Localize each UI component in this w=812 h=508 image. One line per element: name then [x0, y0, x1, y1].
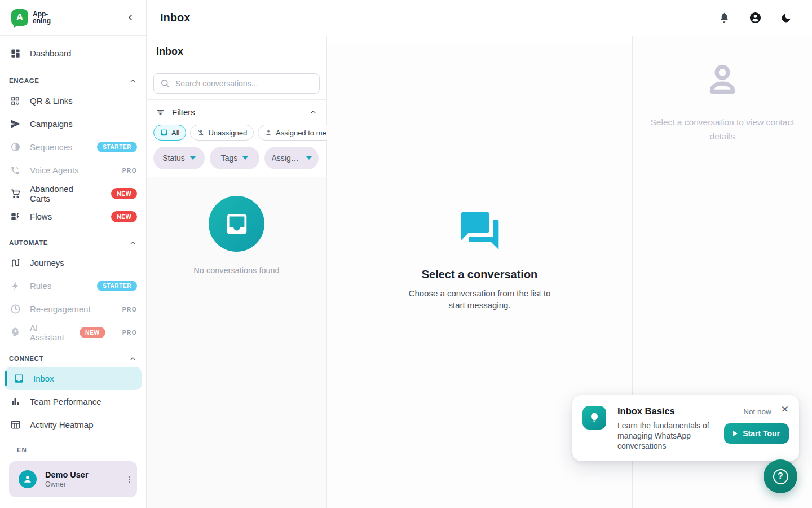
- pro-label: PRO: [122, 306, 137, 313]
- sidebar-item-ai-assistant[interactable]: AI Assistant NEW PRO: [0, 321, 146, 344]
- sidebar-collapse-button[interactable]: [123, 11, 137, 24]
- sidebar-item-abandoned-carts[interactable]: Abandoned Carts NEW: [0, 182, 146, 205]
- sidebar-item-re-engagement[interactable]: Re-engagement PRO: [0, 297, 146, 321]
- sidebar-item-qr-links[interactable]: QR & Links: [0, 89, 146, 112]
- user-info: Demo User Owner: [45, 470, 89, 488]
- contact-person-icon: [704, 62, 741, 99]
- user-menu-kebab-icon[interactable]: [129, 476, 130, 483]
- conversations-panel: Inbox Filters: [147, 36, 327, 508]
- tour-content: Inbox Basics Learn the fundamentals of m…: [617, 406, 713, 451]
- filters-label: Filters: [172, 107, 195, 117]
- tags-dropdown[interactable]: Tags: [210, 147, 259, 169]
- start-tour-label: Start Tour: [743, 429, 780, 438]
- help-button[interactable]: ?: [764, 459, 797, 493]
- route-icon: [9, 257, 21, 268]
- chevron-up-icon: [129, 354, 137, 363]
- filter-chip-all[interactable]: All: [153, 125, 186, 141]
- user-card[interactable]: Demo User Owner: [9, 461, 137, 497]
- filter-list-icon: [156, 107, 165, 117]
- sidebar: A App- ening Dashboard ENGA: [0, 0, 147, 508]
- brand-logo-icon: A: [11, 9, 28, 26]
- dark-mode-toggle[interactable]: [779, 11, 793, 25]
- caret-down-icon: [190, 156, 196, 160]
- inbox-icon: [160, 129, 168, 137]
- sidebar-item-label: Sequences: [30, 142, 72, 152]
- sidebar-item-label: Rules: [30, 281, 51, 291]
- chip-label: All: [171, 129, 179, 137]
- not-now-link[interactable]: Not now: [743, 408, 771, 416]
- sidebar-footer: EN Demo User Owner: [0, 435, 146, 508]
- filter-chip-unassigned[interactable]: Unassigned: [190, 125, 254, 141]
- sidebar-item-label: Flows: [30, 212, 52, 221]
- chevron-up-icon: [129, 239, 137, 247]
- qr-code-icon: [9, 96, 21, 106]
- filter-chip-assigned-to-me[interactable]: Assigned to me: [258, 125, 333, 141]
- section-header-connect[interactable]: CONNECT: [0, 350, 146, 367]
- filter-chips: All Unassigned Assigned to: [153, 125, 320, 141]
- caret-down-icon: [242, 156, 248, 160]
- user-avatar: [19, 470, 37, 488]
- sidebar-header: A App- ening: [0, 0, 146, 36]
- sidebar-nav: Dashboard ENGAGE QR & Links Campaigns: [0, 36, 146, 436]
- start-tour-button[interactable]: Start Tour: [724, 423, 789, 444]
- person-icon: [264, 129, 272, 137]
- filters-section: Filters All: [147, 100, 326, 177]
- pro-label: PRO: [122, 329, 137, 336]
- flows-icon: [9, 212, 21, 222]
- search-icon: [160, 78, 170, 88]
- brand-logo[interactable]: A App- ening: [11, 9, 51, 26]
- lightbulb-icon: [582, 406, 606, 430]
- chat-header-strip: [327, 36, 632, 45]
- account-button[interactable]: [748, 10, 763, 25]
- caret-down-icon: [306, 156, 312, 160]
- section-header-engage[interactable]: ENGAGE: [0, 72, 146, 89]
- new-badge: NEW: [111, 211, 137, 222]
- sidebar-item-label: Abandoned Carts: [30, 184, 94, 203]
- new-badge: NEW: [80, 327, 105, 338]
- empty-inbox-icon: [209, 196, 264, 252]
- pro-label: PRO: [122, 167, 137, 174]
- heatmap-grid-icon: [9, 419, 21, 430]
- filters-toggle[interactable]: Filters: [153, 107, 320, 117]
- brand-name: App- ening: [33, 11, 51, 24]
- sidebar-item-dashboard[interactable]: Dashboard: [0, 41, 146, 66]
- notifications-button[interactable]: [717, 11, 731, 25]
- sidebar-item-sequences[interactable]: Sequences STARTER: [0, 135, 146, 159]
- send-icon: [9, 119, 21, 129]
- sidebar-item-inbox[interactable]: Inbox: [5, 367, 142, 390]
- clock-icon: [9, 304, 21, 314]
- sidebar-item-team-performance[interactable]: Team Performance: [0, 390, 146, 413]
- sidebar-item-rules[interactable]: Rules STARTER: [0, 274, 146, 297]
- sidebar-item-journeys[interactable]: Journeys: [0, 251, 146, 274]
- dropdown-label: Assign...: [272, 154, 301, 163]
- language-selector[interactable]: EN: [17, 446, 137, 453]
- search-box: [153, 73, 320, 94]
- brand-name-line2: ening: [33, 17, 51, 25]
- dropdown-label: Tags: [221, 154, 238, 163]
- close-icon[interactable]: ✕: [781, 406, 789, 414]
- chevron-up-icon: [129, 77, 137, 85]
- sidebar-item-campaigns[interactable]: Campaigns: [0, 112, 146, 135]
- conversations-list: No conversations found: [147, 177, 326, 508]
- status-dropdown[interactable]: Status: [153, 147, 205, 169]
- sidebar-item-label: Campaigns: [30, 119, 73, 129]
- sidebar-item-label: Inbox: [33, 374, 54, 383]
- sidebar-item-label: Re-engagement: [30, 304, 91, 314]
- sidebar-item-activity-heatmap[interactable]: Activity Heatmap: [0, 413, 146, 436]
- conversations-title: Inbox: [156, 46, 183, 58]
- lightning-icon: [9, 281, 21, 291]
- sidebar-item-flows[interactable]: Flows NEW: [0, 205, 146, 228]
- search-input[interactable]: [153, 73, 320, 94]
- tour-body: Learn the fundamentals of managing Whats…: [617, 421, 712, 451]
- tour-actions: Not now ✕ Start Tour: [724, 406, 789, 451]
- assignee-dropdown[interactable]: Assign...: [264, 147, 319, 169]
- page-title: Inbox: [160, 11, 190, 24]
- search-section: [147, 67, 326, 100]
- sidebar-item-voice-agents[interactable]: Voice Agents PRO: [0, 159, 146, 182]
- chat-bubbles-icon: [457, 208, 502, 253]
- inbox-icon: [12, 373, 25, 384]
- ai-assistant-icon: [9, 327, 21, 338]
- section-header-automate[interactable]: AUTOMATE: [0, 234, 146, 251]
- question-mark-icon: ?: [773, 469, 788, 484]
- bar-chart-icon: [9, 397, 21, 407]
